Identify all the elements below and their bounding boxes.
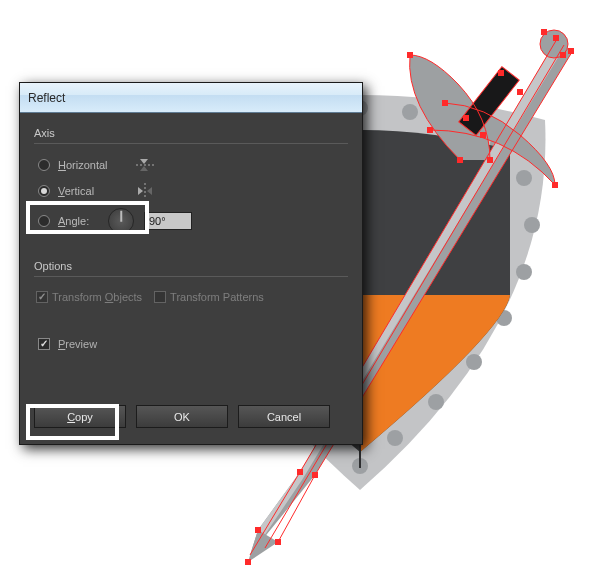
axis-divider bbox=[34, 143, 348, 144]
options-row: Transform Objects Transform Patterns bbox=[34, 285, 348, 309]
svg-point-4 bbox=[516, 170, 532, 186]
radio-horizontal[interactable] bbox=[38, 159, 50, 171]
svg-marker-52 bbox=[140, 166, 148, 171]
svg-point-9 bbox=[428, 394, 444, 410]
svg-rect-37 bbox=[463, 115, 469, 121]
transform-objects-label: Transform Objects bbox=[52, 291, 142, 303]
checkbox-transform-objects bbox=[36, 291, 48, 303]
angle-field[interactable]: 90° bbox=[144, 212, 192, 230]
svg-point-1 bbox=[402, 104, 418, 120]
svg-rect-39 bbox=[552, 182, 558, 188]
reflect-vertical-icon bbox=[136, 183, 154, 199]
axis-vertical-row[interactable]: Vertical bbox=[34, 178, 348, 204]
transform-patterns-label: Transform Patterns bbox=[170, 291, 264, 303]
copy-button[interactable]: Copy bbox=[34, 405, 126, 428]
options-divider bbox=[34, 276, 348, 277]
svg-marker-51 bbox=[140, 159, 148, 164]
checkbox-transform-patterns bbox=[154, 291, 166, 303]
axis-angle-label: Angle: bbox=[58, 215, 98, 227]
svg-marker-55 bbox=[147, 187, 152, 195]
svg-rect-48 bbox=[275, 539, 281, 545]
svg-point-10 bbox=[387, 430, 403, 446]
svg-marker-27 bbox=[248, 530, 278, 562]
axis-horizontal-row[interactable]: Horizontal bbox=[34, 152, 348, 178]
dialog-title: Reflect bbox=[28, 91, 65, 105]
svg-rect-45 bbox=[297, 469, 303, 475]
angle-knob[interactable] bbox=[108, 208, 134, 234]
radio-angle[interactable] bbox=[38, 215, 50, 227]
ok-button[interactable]: OK bbox=[136, 405, 228, 428]
svg-rect-46 bbox=[312, 472, 318, 478]
svg-rect-41 bbox=[407, 52, 413, 58]
reflect-horizontal-icon bbox=[136, 157, 154, 173]
svg-point-5 bbox=[524, 217, 540, 233]
svg-rect-32 bbox=[568, 48, 574, 54]
axis-horizontal-label: Horizontal bbox=[58, 159, 130, 171]
reflect-dialog: Reflect Axis Horizontal Vertical bbox=[19, 82, 363, 445]
svg-rect-40 bbox=[427, 127, 433, 133]
svg-rect-42 bbox=[457, 157, 463, 163]
preview-row[interactable]: Preview bbox=[34, 331, 348, 357]
svg-rect-38 bbox=[480, 132, 486, 138]
svg-rect-47 bbox=[255, 527, 261, 533]
svg-rect-36 bbox=[517, 89, 523, 95]
cancel-button[interactable]: Cancel bbox=[238, 405, 330, 428]
svg-rect-43 bbox=[487, 157, 493, 163]
preview-label: Preview bbox=[58, 338, 97, 350]
svg-rect-34 bbox=[560, 52, 566, 58]
svg-marker-54 bbox=[138, 187, 143, 195]
titlebar[interactable]: Reflect bbox=[20, 83, 362, 113]
axis-vertical-label: Vertical bbox=[58, 185, 130, 197]
svg-rect-35 bbox=[498, 70, 504, 76]
button-bar: Copy OK Cancel bbox=[20, 393, 362, 444]
svg-rect-49 bbox=[245, 559, 251, 565]
axis-angle-row[interactable]: Angle: 90° bbox=[34, 204, 348, 238]
radio-vertical[interactable] bbox=[38, 185, 50, 197]
svg-rect-44 bbox=[442, 100, 448, 106]
svg-rect-31 bbox=[553, 35, 559, 41]
svg-rect-33 bbox=[541, 29, 547, 35]
svg-point-8 bbox=[466, 354, 482, 370]
axis-group-label: Axis bbox=[34, 127, 348, 139]
checkbox-preview[interactable] bbox=[38, 338, 50, 350]
svg-point-6 bbox=[516, 264, 532, 280]
options-group-label: Options bbox=[34, 260, 348, 272]
